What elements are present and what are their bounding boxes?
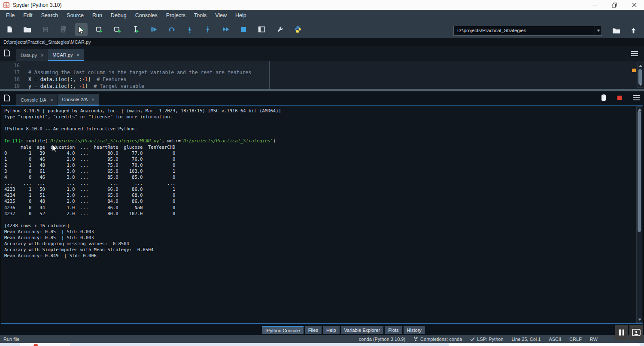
- scroll-down-icon[interactable]: [638, 319, 641, 321]
- status-conda-python-3-10-9: conda (Python 3.10.9): [359, 337, 405, 342]
- restore-button[interactable]: [605, 0, 624, 10]
- dock-tab-ipython-console[interactable]: IPython Console: [262, 326, 304, 334]
- step-return-button[interactable]: [201, 23, 214, 36]
- dock-tab-help[interactable]: Help: [323, 326, 340, 334]
- editor-line: 18X = data.iloc[:, :-1] # Features: [0, 76, 636, 83]
- console-output-line: 2 1 48 1.0 ... 75.0 70.0 0: [4, 162, 635, 168]
- interrupt-kernel-button[interactable]: [617, 96, 622, 100]
- recorder-webcam-button[interactable]: [629, 325, 643, 340]
- editor-line: 16: [0, 62, 636, 69]
- statusbar-message: Run file: [0, 337, 19, 342]
- dock-tab-plots[interactable]: Plots: [385, 326, 402, 334]
- taskbar-segment: [20, 343, 70, 346]
- run-cell-button[interactable]: [93, 23, 106, 36]
- menu-tools[interactable]: Tools: [190, 10, 211, 21]
- status-line-25-col-1: Line 25, Col 1: [512, 337, 541, 342]
- minimize-button[interactable]: [585, 0, 605, 10]
- console-tab-label: Console 2/A: [62, 97, 88, 102]
- branch-icon: [413, 336, 418, 342]
- menu-debug[interactable]: Debug: [106, 10, 131, 21]
- new-file-button[interactable]: [3, 23, 15, 36]
- run-current-line-button[interactable]: [165, 23, 178, 36]
- editor-line: 17# Assuming the last column is the targ…: [0, 69, 636, 76]
- run-cell-advance-button[interactable]: [111, 23, 124, 36]
- console-output-line: Type "copyright", "credits" or "license"…: [4, 114, 635, 120]
- menu-help[interactable]: Help: [231, 10, 251, 21]
- editor-scrollbar[interactable]: [637, 63, 643, 88]
- menu-consoles[interactable]: Consoles: [131, 10, 162, 21]
- menu-run[interactable]: Run: [88, 10, 106, 21]
- open-file-button[interactable]: [21, 23, 33, 36]
- scroll-up-icon[interactable]: [639, 65, 642, 67]
- continue-execution-button[interactable]: [219, 23, 232, 36]
- menu-source[interactable]: Source: [62, 10, 88, 21]
- console-tab-console-1-a[interactable]: Console 1/A×: [16, 94, 57, 105]
- console-tab-label: Console 1/A: [21, 97, 46, 102]
- console-scrollbar[interactable]: [636, 106, 642, 323]
- pythonpath-manager-button[interactable]: [292, 23, 304, 36]
- preferences-button[interactable]: [273, 23, 286, 36]
- close-tab-icon[interactable]: ×: [76, 52, 79, 57]
- dock-tab-history[interactable]: History: [404, 326, 425, 334]
- console-output-line: 3 0 61 3.0 ... 65.0 103.0 1: [4, 168, 635, 175]
- maximize-pane-button[interactable]: [255, 23, 268, 36]
- dock-tab-variable-explorer[interactable]: Variable Explorer: [341, 326, 384, 334]
- console-options-menu-icon[interactable]: [633, 95, 640, 100]
- code-text: [20, 62, 28, 69]
- console-scrollbar-thumb[interactable]: [638, 111, 641, 232]
- window-title: Spyder (Python 3.10): [13, 2, 61, 8]
- console-output-line: Mean Accuracy: 0.85 | Std: 0.003: [4, 229, 635, 235]
- taskbar-app-dot: [33, 344, 38, 346]
- console-output-line: 4236 0 44 1.0 ... 86.0 NaN 0: [4, 205, 635, 211]
- line-number: 18: [0, 76, 20, 83]
- editor-tab-data-py[interactable]: Data.py×: [16, 49, 48, 61]
- browse-tabs-icon[interactable]: [3, 49, 11, 57]
- close-tab-icon[interactable]: ×: [50, 97, 53, 102]
- menu-file[interactable]: File: [2, 10, 19, 21]
- browse-working-directory-button[interactable]: [609, 24, 623, 36]
- recorder-pause-button[interactable]: [615, 325, 628, 340]
- step-into-button[interactable]: [183, 23, 196, 36]
- stop-execution-button[interactable]: [237, 23, 250, 36]
- console-environment-icon[interactable]: [601, 94, 606, 101]
- console-output-line: [4, 120, 635, 126]
- statusbar: Run file conda (Python 3.10.9)Completion…: [0, 335, 644, 343]
- run-selection-button[interactable]: [129, 23, 142, 36]
- dock-tabbar: IPython ConsoleFilesHelpVariable Explore…: [0, 325, 644, 335]
- scroll-up-icon[interactable]: [638, 108, 641, 111]
- save-all-button[interactable]: [57, 23, 70, 36]
- mouse-cursor: [78, 26, 85, 35]
- console-output-line: 0 1 39 4.0 ... 80.0 77.0 0: [4, 150, 635, 156]
- menu-edit[interactable]: Edit: [19, 10, 37, 21]
- editor-tabbar: Data.py×MCAR.py×: [0, 46, 644, 61]
- browse-console-tabs-icon[interactable]: [3, 94, 11, 102]
- menu-search[interactable]: Search: [37, 10, 63, 21]
- close-button[interactable]: [624, 0, 644, 10]
- console-output-line: In [1]: runfile('D:/projects/Practical_S…: [4, 138, 635, 144]
- console-output-line: male age education ... heartRate glucose…: [4, 144, 635, 150]
- ipython-console-output[interactable]: Python 3.10.9 | packaged by Anaconda, In…: [1, 105, 643, 324]
- toolbar: D:\projects\Practical_Strategies: [0, 21, 644, 38]
- console-output-line: [4, 217, 635, 223]
- editor-tab-mcar-py[interactable]: MCAR.py×: [48, 49, 84, 61]
- console-output-line: 4 0 46 3.0 ... 85.0 85.0 0: [4, 175, 635, 181]
- editor-line: 19y = data.iloc[:, -1] # Target variable: [0, 83, 636, 89]
- parent-directory-button[interactable]: [626, 24, 641, 36]
- combobox-dropdown-icon[interactable]: [595, 26, 601, 35]
- working-directory-combobox[interactable]: D:\projects\Practical_Strategies: [453, 26, 602, 36]
- console-tab-console-2-a[interactable]: Console 2/A×: [58, 94, 98, 105]
- menu-projects[interactable]: Projects: [162, 10, 190, 21]
- code-editor[interactable]: 1617# Assuming the last column is the ta…: [0, 61, 644, 89]
- save-file-button[interactable]: [39, 23, 52, 36]
- console-output-line: 1 0 46 2.0 ... 95.0 76.0 0: [4, 156, 635, 162]
- taskbar-edge: [0, 343, 644, 346]
- debug-file-button[interactable]: [147, 23, 160, 36]
- menu-view[interactable]: View: [211, 10, 231, 21]
- scroll-down-icon[interactable]: [639, 84, 642, 86]
- close-tab-icon[interactable]: ×: [91, 97, 94, 102]
- close-tab-icon[interactable]: ×: [41, 53, 43, 58]
- dock-tab-files[interactable]: Files: [305, 326, 322, 334]
- editor-options-menu-icon[interactable]: [631, 51, 638, 56]
- spyder-logo-icon: [3, 2, 9, 8]
- editor-scrollbar-thumb[interactable]: [638, 69, 642, 84]
